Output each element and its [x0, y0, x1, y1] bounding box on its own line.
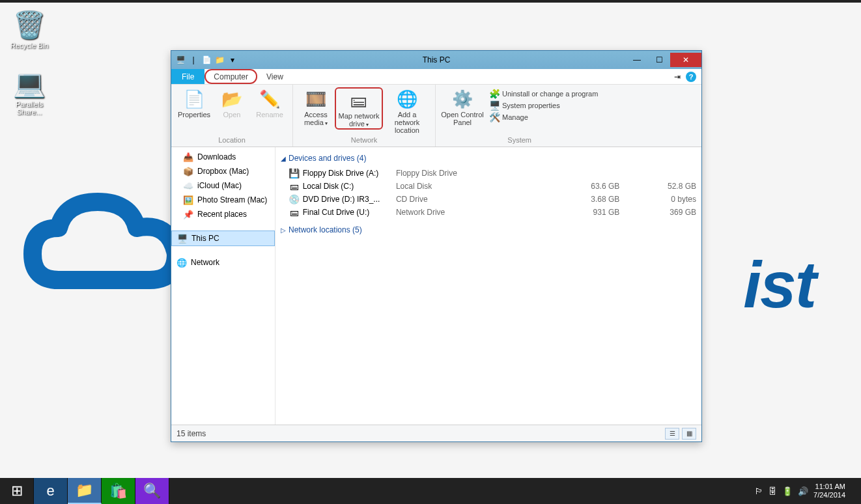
nav-item-label: Downloads: [197, 152, 236, 161]
tray-battery-icon[interactable]: 🔋: [782, 486, 793, 496]
rename-button[interactable]: ✏️ Rename: [251, 87, 289, 119]
nav-item-label: Dropbox (Mac): [197, 167, 249, 176]
nav-item-this-pc[interactable]: 🖥️This PC: [171, 231, 275, 246]
ribbon-label: Open: [223, 111, 241, 119]
ribbon-label: Properties: [178, 111, 210, 119]
drive-row[interactable]: 🖴Local Disk (C:)Local Disk63.6 GB52.8 GB: [281, 180, 696, 193]
downloads-icon: 📥: [183, 152, 193, 162]
ribbon-label: Access media: [298, 111, 333, 127]
ribbon-label: Open Control Panel: [441, 111, 484, 126]
drive-free: 0 bytes: [619, 195, 696, 204]
nav-item-recent[interactable]: 📌Recent places: [171, 207, 275, 221]
ribbon-group-system: ⚙️ Open Control Panel 🧩 Uninstall or cha…: [436, 85, 603, 147]
system-properties-button[interactable]: 🖥️ System properties: [489, 100, 598, 111]
nav-item-photostream[interactable]: 🖼️Photo Stream (Mac): [171, 193, 275, 207]
ribbon-label: System properties: [502, 102, 560, 109]
drive-name: Final Cut Drive (U:): [300, 208, 396, 217]
taskbar-app-search[interactable]: 🔍: [135, 478, 169, 504]
manage-icon: 🛠️: [489, 112, 500, 122]
dropbox-icon: 📦: [183, 166, 193, 176]
tray-volume-icon[interactable]: 🔊: [798, 486, 808, 496]
ribbon-group-network: 🎞️ Access media 🖴 Map network drive 🌐 Ad…: [293, 85, 436, 147]
qat-new-icon[interactable]: 📄: [201, 55, 212, 65]
system-tray: 🏳 🗄 🔋 🔊 11:01 AM 7/24/2014: [755, 478, 861, 504]
taskbar-app-ie[interactable]: e: [34, 478, 68, 504]
nav-item-label: Recent places: [197, 210, 247, 219]
icons-view-button[interactable]: ▦: [682, 428, 696, 440]
tray-clock[interactable]: 11:01 AM 7/24/2014: [813, 483, 845, 499]
tab-view[interactable]: View: [257, 69, 292, 84]
uninstall-program-button[interactable]: 🧩 Uninstall or change a program: [489, 89, 598, 99]
window-controls: — ☐ ✕: [626, 53, 701, 67]
drive-name: DVD Drive (D:) IR3_...: [300, 195, 396, 204]
nav-item-icloud[interactable]: ☁️iCloud (Mac): [171, 178, 275, 193]
manage-button[interactable]: 🛠️ Manage: [489, 112, 598, 122]
clock-time: 11:01 AM: [813, 483, 845, 491]
ribbon-label: Add a network location: [384, 111, 430, 134]
drive-icon: 🖴: [289, 207, 300, 217]
add-network-location-button[interactable]: 🌐 Add a network location: [383, 87, 431, 134]
taskbar-app-store[interactable]: 🛍️: [102, 478, 135, 504]
nav-item-downloads[interactable]: 📥Downloads: [171, 150, 275, 164]
drive-row[interactable]: 🖴Final Cut Drive (U:)Network Drive931 GB…: [281, 206, 696, 219]
access-media-icon: 🎞️: [305, 89, 326, 109]
expand-arrow-icon: ▷: [281, 227, 286, 234]
help-icon[interactable]: ?: [686, 72, 696, 82]
taskbar: ⊞ e 📁 🛍️ 🔍 🏳 🗄 🔋 🔊 11:01 AM 7/24/2014: [0, 478, 861, 504]
ribbon-group-label: System: [440, 135, 599, 145]
map-network-drive-button[interactable]: 🖴 Map network drive: [335, 87, 383, 130]
parallels-share-icon: 💻: [14, 68, 45, 99]
collapse-arrow-icon: ◢: [281, 155, 286, 162]
network-icon: 🌐: [176, 257, 187, 268]
tray-drive-icon[interactable]: 🗄: [769, 486, 777, 496]
drive-row[interactable]: 💾Floppy Disk Drive (A:)Floppy Disk Drive: [281, 167, 696, 180]
nav-item-label: This PC: [191, 234, 219, 243]
nav-item-network[interactable]: 🌐Network: [171, 255, 275, 270]
nav-item-label: Network: [191, 258, 219, 267]
group-devices-header[interactable]: ◢ Devices and drives (4): [281, 154, 696, 163]
quick-access-toolbar: 🖥️ | 📄 📁 ▾: [171, 55, 238, 65]
start-button[interactable]: ⊞: [0, 478, 34, 504]
access-media-button[interactable]: 🎞️ Access media: [297, 87, 335, 127]
open-button[interactable]: 📂 Open: [213, 87, 251, 119]
group-header-label: Devices and drives (4): [289, 154, 366, 163]
drive-icon: 💿: [289, 194, 300, 204]
desktop-icon-recycle-bin[interactable]: 🗑️ Recycle Bin: [7, 9, 52, 49]
drive-name: Local Disk (C:): [300, 182, 396, 191]
minimize-ribbon-icon[interactable]: ⇥: [674, 72, 681, 81]
photostream-icon: 🖼️: [183, 195, 193, 205]
titlebar[interactable]: 🖥️ | 📄 📁 ▾ This PC — ☐ ✕: [171, 51, 701, 69]
content-pane: ◢ Devices and drives (4) 💾Floppy Disk Dr…: [275, 147, 701, 425]
uninstall-icon: 🧩: [489, 89, 500, 99]
open-icon: 📂: [221, 89, 242, 109]
tab-file[interactable]: File: [171, 69, 205, 84]
brand-text-fragment: ist: [743, 247, 815, 322]
desktop-icon-parallels-share[interactable]: 💻 Parallels Share...: [7, 68, 52, 116]
nav-item-dropbox[interactable]: 📦Dropbox (Mac): [171, 164, 275, 178]
ribbon: 📄 Properties 📂 Open ✏️ Rename Location: [171, 85, 701, 147]
maximize-button[interactable]: ☐: [648, 53, 670, 67]
details-view-button[interactable]: ☰: [665, 428, 679, 440]
close-button[interactable]: ✕: [670, 53, 701, 67]
qat-open-icon[interactable]: 📁: [214, 55, 225, 65]
tab-computer[interactable]: Computer: [205, 69, 257, 84]
properties-button[interactable]: 📄 Properties: [175, 87, 213, 119]
taskbar-app-explorer[interactable]: 📁: [68, 478, 102, 504]
minimize-button[interactable]: —: [626, 53, 648, 67]
drive-size: 63.6 GB: [543, 182, 620, 191]
open-control-panel-button[interactable]: ⚙️ Open Control Panel: [440, 87, 485, 126]
app-icon: 🖥️: [175, 55, 186, 65]
desktop-icon-label: Recycle Bin: [7, 42, 52, 49]
qat-dropdown-icon[interactable]: ▾: [227, 55, 238, 65]
drive-free: 369 GB: [619, 208, 696, 217]
drive-row[interactable]: 💿DVD Drive (D:) IR3_...CD Drive3.68 GB0 …: [281, 193, 696, 206]
search-icon: 🔍: [143, 483, 161, 499]
nav-item-label: iCloud (Mac): [197, 181, 242, 190]
group-network-locations-header[interactable]: ▷ Network locations (5): [281, 225, 696, 234]
tray-flag-icon[interactable]: 🏳: [755, 486, 763, 496]
ribbon-label: Manage: [502, 113, 528, 121]
drive-name: Floppy Disk Drive (A:): [300, 169, 396, 178]
drive-type: Floppy Disk Drive: [396, 169, 543, 178]
system-properties-icon: 🖥️: [489, 100, 500, 111]
ribbon-group-label: Location: [175, 135, 289, 145]
